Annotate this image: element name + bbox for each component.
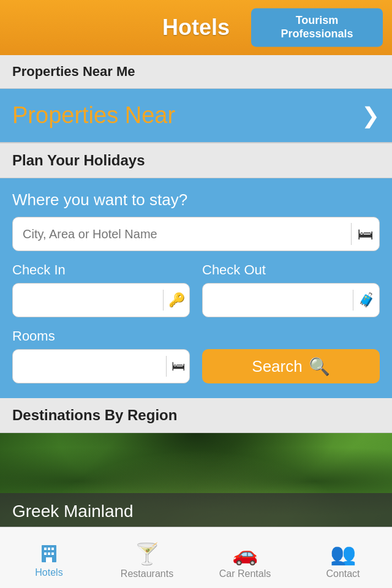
tab-contact-label: Contact: [326, 568, 360, 579]
search-button-label: Search: [252, 357, 302, 376]
tab-bar: Hotels 🍸 Restaurants 🚗 Car Rentals 👥 Con…: [0, 527, 392, 588]
destinations-bar: Destinations By Region: [0, 398, 392, 433]
tourism-professionals-button[interactable]: Tourism Professionals: [251, 8, 383, 47]
region-name-label: Greek Mainland: [0, 493, 392, 530]
rooms-label: Rooms: [12, 328, 190, 344]
tab-car-rentals[interactable]: 🚗 Car Rentals: [196, 527, 294, 588]
checkin-icon: 🔑: [163, 290, 185, 311]
hotel-icon: 🛏: [351, 223, 374, 245]
hotel-search-input[interactable]: [12, 217, 380, 251]
checkin-input-wrapper: 🔑: [12, 283, 190, 317]
app-header: Hotels Tourism Professionals: [0, 0, 392, 55]
where-label: Where you want to stay?: [12, 190, 380, 209]
checkin-group: Check In 🔑: [12, 262, 190, 317]
restaurants-icon: 🍸: [134, 541, 160, 566]
hotel-input-wrapper: 🛏: [12, 217, 380, 251]
rooms-input[interactable]: [12, 349, 190, 383]
checkin-label: Check In: [12, 262, 190, 278]
rooms-icon: 🛏: [166, 356, 185, 377]
rooms-input-wrapper: 🛏: [12, 349, 190, 383]
checkout-label: Check Out: [202, 262, 380, 278]
search-form: Where you want to stay? 🛏 Check In 🔑 Che…: [0, 178, 392, 398]
tab-restaurants[interactable]: 🍸 Restaurants: [98, 527, 196, 588]
svg-rect-6: [51, 552, 54, 555]
properties-near-row[interactable]: Properties Near ❯: [0, 89, 392, 143]
svg-rect-5: [48, 552, 50, 555]
tab-hotels[interactable]: Hotels: [0, 527, 98, 588]
destinations-label: Destinations By Region: [12, 407, 177, 423]
page-title: Hotels: [162, 15, 230, 40]
rooms-group: Rooms 🛏: [12, 328, 190, 383]
region-image[interactable]: Greek Mainland: [0, 433, 392, 530]
checkout-icon: 🧳: [353, 290, 375, 311]
rooms-search-row: Rooms 🛏 Search 🔍: [12, 328, 380, 383]
car-rentals-icon: 🚗: [232, 541, 258, 566]
svg-rect-1: [44, 548, 47, 550]
dates-row: Check In 🔑 Check Out 🧳: [12, 262, 380, 317]
search-button[interactable]: Search 🔍: [202, 349, 380, 383]
tab-contact[interactable]: 👥 Contact: [294, 527, 392, 588]
svg-rect-7: [46, 557, 52, 562]
properties-near-me-bar: Properties Near Me: [0, 55, 392, 89]
search-magnifier-icon: 🔍: [309, 356, 330, 377]
svg-rect-2: [48, 548, 50, 550]
svg-rect-4: [44, 552, 47, 555]
plan-holidays-bar: Plan Your Holidays: [0, 143, 392, 178]
tab-car-rentals-label: Car Rentals: [219, 568, 271, 579]
plan-holidays-label: Plan Your Holidays: [12, 152, 145, 168]
tab-restaurants-label: Restaurants: [121, 568, 173, 579]
svg-rect-3: [51, 548, 54, 550]
checkout-group: Check Out 🧳: [202, 262, 380, 317]
properties-near-text: Properties Near: [12, 102, 175, 129]
contact-icon: 👥: [330, 541, 356, 566]
checkout-input-wrapper: 🧳: [202, 283, 380, 317]
chevron-right-icon: ❯: [361, 103, 380, 129]
tab-hotels-label: Hotels: [35, 567, 62, 578]
hotels-icon: [38, 543, 60, 565]
properties-near-me-label: Properties Near Me: [12, 64, 135, 79]
